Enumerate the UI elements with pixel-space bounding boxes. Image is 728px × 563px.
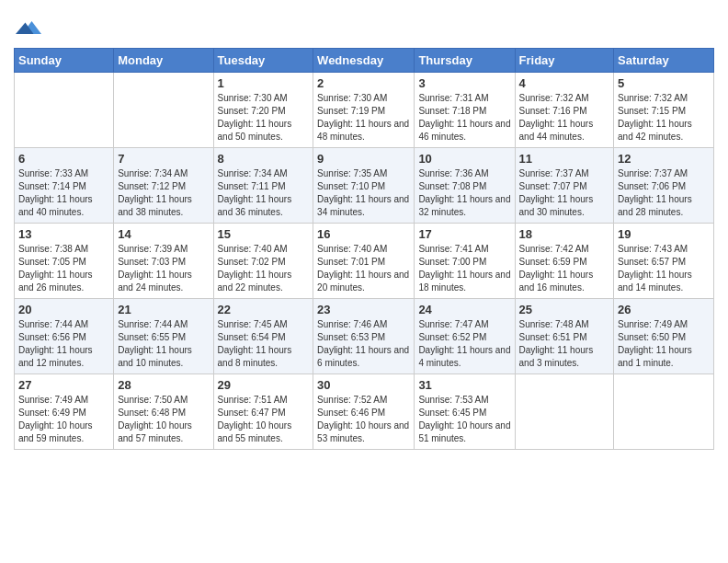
- day-number: 1: [218, 76, 310, 90]
- day-number: 5: [618, 76, 710, 90]
- day-number: 15: [218, 227, 310, 241]
- cell-content: Sunrise: 7:35 AM Sunset: 7:10 PM Dayligh…: [317, 167, 410, 219]
- day-of-week-header: Monday: [114, 49, 213, 73]
- calendar-cell: 29Sunrise: 7:51 AM Sunset: 6:47 PM Dayli…: [213, 374, 313, 450]
- day-number: 2: [317, 76, 410, 90]
- day-number: 17: [418, 227, 510, 241]
- calendar-cell: 18Sunrise: 7:42 AM Sunset: 6:59 PM Dayli…: [515, 224, 614, 299]
- day-number: 28: [118, 378, 209, 392]
- day-of-week-header: Friday: [515, 49, 614, 73]
- calendar-cell: 4Sunrise: 7:32 AM Sunset: 7:16 PM Daylig…: [515, 73, 614, 148]
- day-number: 7: [118, 152, 209, 166]
- day-number: 18: [519, 227, 610, 241]
- cell-content: Sunrise: 7:32 AM Sunset: 7:16 PM Dayligh…: [519, 92, 610, 144]
- calendar-cell: [15, 73, 114, 148]
- logo-icon: [16, 15, 41, 40]
- cell-content: Sunrise: 7:42 AM Sunset: 6:59 PM Dayligh…: [519, 243, 610, 294]
- calendar-cell: 28Sunrise: 7:50 AM Sunset: 6:48 PM Dayli…: [114, 374, 213, 450]
- cell-content: Sunrise: 7:31 AM Sunset: 7:18 PM Dayligh…: [418, 92, 510, 144]
- day-of-week-header: Thursday: [415, 49, 515, 73]
- cell-content: Sunrise: 7:39 AM Sunset: 7:03 PM Dayligh…: [118, 243, 209, 294]
- calendar-cell: [614, 374, 714, 450]
- day-number: 19: [618, 227, 710, 241]
- cell-content: Sunrise: 7:44 AM Sunset: 6:55 PM Dayligh…: [118, 318, 209, 370]
- cell-content: Sunrise: 7:47 AM Sunset: 6:52 PM Dayligh…: [418, 318, 510, 370]
- cell-content: Sunrise: 7:44 AM Sunset: 6:56 PM Dayligh…: [18, 318, 109, 370]
- cell-content: Sunrise: 7:36 AM Sunset: 7:08 PM Dayligh…: [418, 167, 510, 219]
- cell-content: Sunrise: 7:49 AM Sunset: 6:50 PM Dayligh…: [618, 318, 710, 370]
- calendar-cell: [114, 73, 213, 148]
- calendar-table: SundayMondayTuesdayWednesdayThursdayFrid…: [14, 48, 714, 450]
- day-number: 6: [18, 152, 109, 166]
- day-number: 29: [218, 378, 310, 392]
- calendar-cell: 31Sunrise: 7:53 AM Sunset: 6:45 PM Dayli…: [415, 374, 515, 450]
- day-of-week-header: Saturday: [614, 49, 714, 73]
- cell-content: Sunrise: 7:46 AM Sunset: 6:53 PM Dayligh…: [317, 318, 410, 370]
- calendar-cell: 23Sunrise: 7:46 AM Sunset: 6:53 PM Dayli…: [313, 299, 415, 374]
- day-number: 10: [418, 152, 510, 166]
- calendar-week-row: 6Sunrise: 7:33 AM Sunset: 7:14 PM Daylig…: [15, 148, 714, 224]
- calendar-cell: 17Sunrise: 7:41 AM Sunset: 7:00 PM Dayli…: [415, 224, 515, 299]
- cell-content: Sunrise: 7:40 AM Sunset: 7:02 PM Dayligh…: [218, 243, 310, 294]
- day-number: 3: [418, 76, 510, 90]
- calendar-week-row: 1Sunrise: 7:30 AM Sunset: 7:20 PM Daylig…: [15, 73, 714, 148]
- day-number: 9: [317, 152, 410, 166]
- cell-content: Sunrise: 7:38 AM Sunset: 7:05 PM Dayligh…: [18, 243, 109, 294]
- cell-content: Sunrise: 7:33 AM Sunset: 7:14 PM Dayligh…: [18, 167, 109, 219]
- day-of-week-header: Wednesday: [313, 49, 415, 73]
- calendar-cell: 5Sunrise: 7:32 AM Sunset: 7:15 PM Daylig…: [614, 73, 714, 148]
- day-number: 23: [317, 303, 410, 316]
- cell-content: Sunrise: 7:52 AM Sunset: 6:46 PM Dayligh…: [317, 394, 410, 445]
- calendar-week-row: 20Sunrise: 7:44 AM Sunset: 6:56 PM Dayli…: [15, 299, 714, 374]
- day-of-week-header: Sunday: [15, 49, 114, 73]
- calendar-header-row: SundayMondayTuesdayWednesdayThursdayFrid…: [15, 49, 714, 73]
- calendar-cell: 16Sunrise: 7:40 AM Sunset: 7:01 PM Dayli…: [313, 224, 415, 299]
- day-number: 21: [118, 303, 209, 316]
- day-number: 26: [618, 303, 710, 316]
- calendar-cell: 14Sunrise: 7:39 AM Sunset: 7:03 PM Dayli…: [114, 224, 213, 299]
- calendar-cell: 2Sunrise: 7:30 AM Sunset: 7:19 PM Daylig…: [313, 73, 415, 148]
- day-number: 8: [218, 152, 310, 166]
- calendar-week-row: 27Sunrise: 7:49 AM Sunset: 6:49 PM Dayli…: [15, 374, 714, 450]
- day-number: 31: [418, 378, 510, 392]
- cell-content: Sunrise: 7:43 AM Sunset: 6:57 PM Dayligh…: [618, 243, 710, 294]
- page-header: [14, 9, 714, 40]
- calendar-cell: 26Sunrise: 7:49 AM Sunset: 6:50 PM Dayli…: [614, 299, 714, 374]
- calendar-cell: 24Sunrise: 7:47 AM Sunset: 6:52 PM Dayli…: [415, 299, 515, 374]
- day-number: 25: [519, 303, 610, 316]
- cell-content: Sunrise: 7:34 AM Sunset: 7:12 PM Dayligh…: [118, 167, 209, 219]
- cell-content: Sunrise: 7:41 AM Sunset: 7:00 PM Dayligh…: [418, 243, 510, 294]
- calendar-cell: 12Sunrise: 7:37 AM Sunset: 7:06 PM Dayli…: [614, 148, 714, 224]
- day-number: 4: [519, 76, 610, 90]
- calendar-cell: 11Sunrise: 7:37 AM Sunset: 7:07 PM Dayli…: [515, 148, 614, 224]
- calendar-cell: 6Sunrise: 7:33 AM Sunset: 7:14 PM Daylig…: [15, 148, 114, 224]
- cell-content: Sunrise: 7:30 AM Sunset: 7:19 PM Dayligh…: [317, 92, 410, 144]
- calendar-cell: 3Sunrise: 7:31 AM Sunset: 7:18 PM Daylig…: [415, 73, 515, 148]
- cell-content: Sunrise: 7:45 AM Sunset: 6:54 PM Dayligh…: [218, 318, 310, 370]
- day-of-week-header: Tuesday: [213, 49, 313, 73]
- calendar-cell: 19Sunrise: 7:43 AM Sunset: 6:57 PM Dayli…: [614, 224, 714, 299]
- cell-content: Sunrise: 7:32 AM Sunset: 7:15 PM Dayligh…: [618, 92, 710, 144]
- cell-content: Sunrise: 7:49 AM Sunset: 6:49 PM Dayligh…: [18, 394, 109, 445]
- day-number: 30: [317, 378, 410, 392]
- calendar-cell: [515, 374, 614, 450]
- cell-content: Sunrise: 7:37 AM Sunset: 7:07 PM Dayligh…: [519, 167, 610, 219]
- cell-content: Sunrise: 7:50 AM Sunset: 6:48 PM Dayligh…: [118, 394, 209, 445]
- day-number: 13: [18, 227, 109, 241]
- calendar-cell: 15Sunrise: 7:40 AM Sunset: 7:02 PM Dayli…: [213, 224, 313, 299]
- cell-content: Sunrise: 7:51 AM Sunset: 6:47 PM Dayligh…: [218, 394, 310, 445]
- day-number: 27: [18, 378, 109, 392]
- cell-content: Sunrise: 7:48 AM Sunset: 6:51 PM Dayligh…: [519, 318, 610, 370]
- day-number: 24: [418, 303, 510, 316]
- calendar-cell: 21Sunrise: 7:44 AM Sunset: 6:55 PM Dayli…: [114, 299, 213, 374]
- calendar-week-row: 13Sunrise: 7:38 AM Sunset: 7:05 PM Dayli…: [15, 224, 714, 299]
- day-number: 12: [618, 152, 710, 166]
- cell-content: Sunrise: 7:53 AM Sunset: 6:45 PM Dayligh…: [418, 394, 510, 445]
- logo: [14, 15, 41, 40]
- calendar-cell: 25Sunrise: 7:48 AM Sunset: 6:51 PM Dayli…: [515, 299, 614, 374]
- cell-content: Sunrise: 7:37 AM Sunset: 7:06 PM Dayligh…: [618, 167, 710, 219]
- calendar-cell: 1Sunrise: 7:30 AM Sunset: 7:20 PM Daylig…: [213, 73, 313, 148]
- calendar-cell: 20Sunrise: 7:44 AM Sunset: 6:56 PM Dayli…: [15, 299, 114, 374]
- calendar-cell: 8Sunrise: 7:34 AM Sunset: 7:11 PM Daylig…: [213, 148, 313, 224]
- calendar-cell: 9Sunrise: 7:35 AM Sunset: 7:10 PM Daylig…: [313, 148, 415, 224]
